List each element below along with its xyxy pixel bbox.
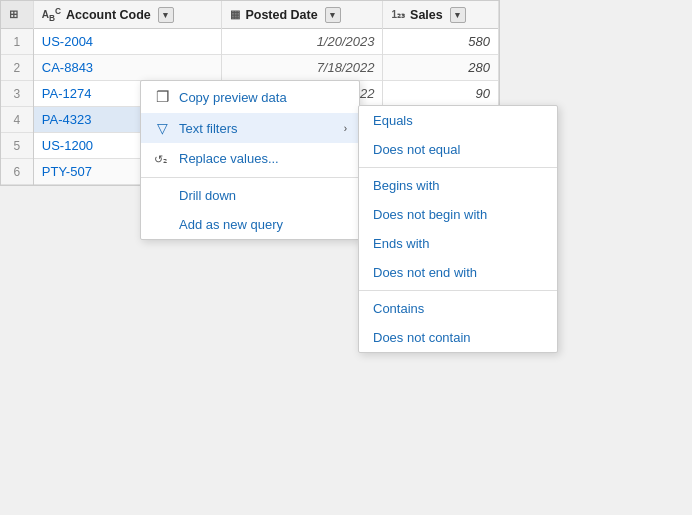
copy-preview-label: Copy preview data	[179, 90, 347, 105]
copy-icon: ❐	[153, 88, 171, 106]
menu-item-replace-values[interactable]: ↺₂ Replace values...	[141, 143, 359, 174]
submenu-item-not-equal[interactable]: Does not equal	[359, 135, 557, 164]
account-1: US-2004	[33, 29, 222, 55]
menu-item-drill-down[interactable]: Drill down	[141, 181, 359, 210]
submenu-item-contains[interactable]: Contains	[359, 294, 557, 323]
row-num-header: ⊞	[1, 1, 33, 29]
chevron-right-icon: ›	[344, 123, 347, 134]
submenu-item-equals[interactable]: Equals	[359, 106, 557, 135]
posted-date-label: Posted Date	[245, 8, 317, 22]
account-2: CA-8843	[33, 55, 222, 81]
svg-text:↺₂: ↺₂	[154, 153, 167, 165]
account-code-header: ABC Account Code ▾	[33, 1, 222, 29]
menu-item-text-filters[interactable]: ▽ Text filters ›	[141, 113, 359, 143]
date-1: 1/20/2023	[222, 29, 383, 55]
sales-1: 580	[383, 29, 499, 55]
sales-3: 90	[383, 81, 499, 107]
submenu-item-not-contain[interactable]: Does not contain	[359, 323, 557, 352]
text-filters-label: Text filters	[179, 121, 336, 136]
not-equal-label: Does not equal	[373, 142, 460, 157]
menu-item-copy-preview[interactable]: ❐ Copy preview data	[141, 81, 359, 113]
num-col-icon: 1₂₃	[391, 9, 405, 20]
table-row: 2 CA-8843 7/18/2022 280	[1, 55, 499, 81]
menu-item-add-query[interactable]: Add as new query	[141, 210, 359, 239]
drill-down-label: Drill down	[179, 188, 347, 203]
row-num-1: 1	[1, 29, 33, 55]
table-header-row: ⊞ ABC Account Code ▾ ▦ Posted Date ▾	[1, 1, 499, 29]
row-num-2: 2	[1, 55, 33, 81]
row-num-3: 3	[1, 81, 33, 107]
replace-values-label: Replace values...	[179, 151, 347, 166]
table-row: 1 US-2004 1/20/2023 580	[1, 29, 499, 55]
submenu-item-not-begin-with[interactable]: Does not begin with	[359, 200, 557, 229]
date-2: 7/18/2022	[222, 55, 383, 81]
account-code-label: Account Code	[66, 8, 151, 22]
begins-with-label: Begins with	[373, 178, 439, 193]
sales-label: Sales	[410, 8, 443, 22]
row-num-4: 4	[1, 107, 33, 133]
submenu-item-not-end-with[interactable]: Does not end with	[359, 258, 557, 287]
submenu-sep-2	[359, 290, 557, 291]
add-query-label: Add as new query	[179, 217, 347, 232]
equals-label: Equals	[373, 113, 413, 128]
sales-header: 1₂₃ Sales ▾	[383, 1, 499, 29]
sales-dropdown[interactable]: ▾	[450, 7, 466, 23]
account-code-dropdown[interactable]: ▾	[158, 7, 174, 23]
posted-date-header: ▦ Posted Date ▾	[222, 1, 383, 29]
grid-icon: ⊞	[9, 8, 18, 21]
text-col-icon: ABC	[42, 6, 61, 23]
date-col-icon: ▦	[230, 8, 240, 21]
not-end-with-label: Does not end with	[373, 265, 477, 280]
row-num-5: 5	[1, 133, 33, 159]
submenu-item-begins-with[interactable]: Begins with	[359, 171, 557, 200]
posted-date-dropdown[interactable]: ▾	[325, 7, 341, 23]
submenu-item-ends-with[interactable]: Ends with	[359, 229, 557, 258]
context-menu: ❐ Copy preview data ▽ Text filters › ↺₂ …	[140, 80, 360, 240]
text-filters-submenu: Equals Does not equal Begins with Does n…	[358, 105, 558, 353]
contains-label: Contains	[373, 301, 424, 316]
menu-separator-1	[141, 177, 359, 178]
filter-icon: ▽	[153, 120, 171, 136]
row-num-6: 6	[1, 159, 33, 185]
not-contain-label: Does not contain	[373, 330, 471, 345]
submenu-sep-1	[359, 167, 557, 168]
replace-icon: ↺₂	[153, 150, 171, 167]
not-begin-with-label: Does not begin with	[373, 207, 487, 222]
sales-2: 280	[383, 55, 499, 81]
ends-with-label: Ends with	[373, 236, 429, 251]
